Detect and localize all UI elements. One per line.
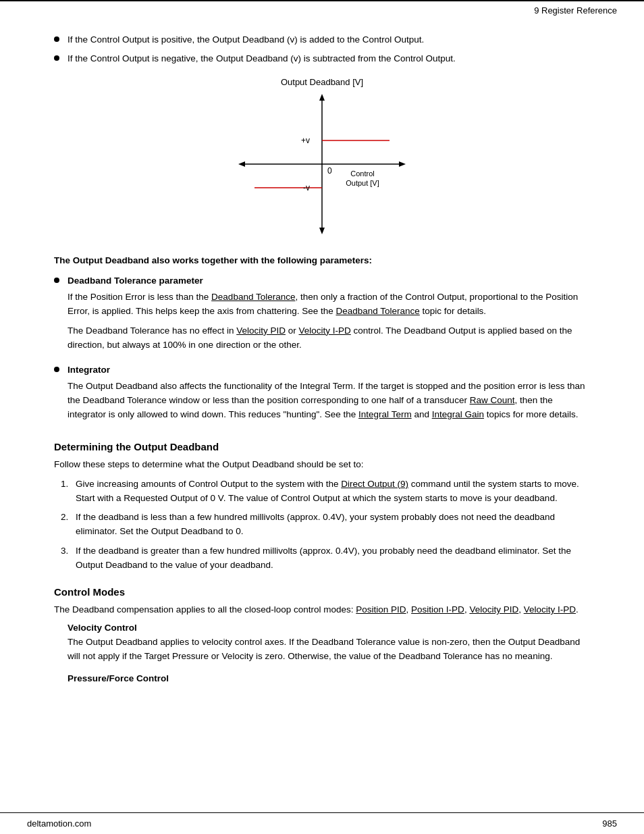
svg-text:Control: Control [350,170,374,178]
step-1-text: Give increasing amounts of Control Outpu… [76,477,590,506]
bullet-dot-3 [54,278,59,283]
header-text: 9 Register Reference [534,5,617,16]
control-modes-intro: The Deadband compensation applies to all… [54,603,590,617]
bullet-text-2: If the Control Output is negative, the O… [68,52,590,66]
control-modes-section: Control Modes The Deadband compensation … [54,586,590,683]
raw-count-link[interactable]: Raw Count [470,395,515,405]
svg-marker-5 [238,161,245,167]
diagram-title: Output Deadband [V] [214,77,430,87]
direct-output-link[interactable]: Direct Output (9) [341,479,408,489]
determining-title: Determining the Output Deadband [54,441,590,452]
deadband-tolerance-para1: If the Position Error is less than the D… [68,290,590,319]
main-content: If the Control Output is positive, the O… [0,20,644,706]
pressure-force-subsection: Pressure/Force Control [68,673,590,683]
deadband-tolerance-content: Deadband Tolerance parameter If the Posi… [68,274,590,358]
graph-svg: +v -v 0 Control Output [V] [227,90,417,238]
velocity-control-text: The Output Deadband applies to velocity … [68,635,590,664]
step-3-text: If the deadband is greater than a few hu… [76,544,590,573]
footer-left: deltamotion.com [27,818,91,829]
determining-intro: Follow these steps to determine what the… [54,458,590,472]
deadband-tolerance-para2: The Deadband Tolerance has no effect in … [68,324,590,353]
output-deadband-diagram: Output Deadband [V] +v [214,77,430,240]
control-modes-title: Control Modes [54,586,590,598]
step-2: 2. If the deadband is less than a few hu… [61,511,590,539]
page-footer: deltamotion.com 985 [0,812,644,834]
intro-bullet-list: If the Control Output is positive, the O… [54,33,590,66]
bullet-text-1: If the Control Output is positive, the O… [68,33,590,47]
step-2-text: If the deadband is less than a few hundr… [76,511,590,539]
velocity-ipd-link1[interactable]: Velocity I-PD [298,325,350,336]
integrator-item: Integrator The Output Deadband also affe… [54,363,590,427]
svg-marker-1 [319,94,325,101]
pressure-force-heading: Pressure/Force Control [68,673,590,683]
deadband-tolerance-item: Deadband Tolerance parameter If the Posi… [54,274,590,358]
sub-sections-list: Deadband Tolerance parameter If the Posi… [54,274,590,427]
velocity-control-subsection: Velocity Control The Output Deadband app… [68,623,590,664]
svg-text:Output [V]: Output [V] [346,179,379,187]
step-2-num: 2. [61,511,76,525]
bullet-dot-1 [54,36,59,42]
integrator-content: Integrator The Output Deadband also affe… [68,363,590,427]
integrator-para1: The Output Deadband also affects the fun… [68,380,590,422]
bullet-item-2: If the Control Output is negative, the O… [54,52,590,66]
velocity-pid-link2[interactable]: Velocity PID [469,604,518,615]
deadband-tolerance-link2[interactable]: Deadband Tolerance [336,306,419,316]
determining-section: Determining the Output Deadband Follow t… [54,441,590,573]
deadband-tolerance-link1[interactable]: Deadband Tolerance [211,292,295,302]
bullet-dot-2 [54,55,59,61]
bold-heading: The Output Deadband also works together … [54,254,590,267]
step-1: 1. Give increasing amounts of Control Ou… [61,477,590,506]
steps-list: 1. Give increasing amounts of Control Ou… [61,477,590,573]
position-ipd-link[interactable]: Position I-PD [411,604,464,615]
page-header: 9 Register Reference [0,0,644,20]
svg-text:-v: -v [303,183,310,192]
footer-right: 985 [602,818,617,829]
svg-text:0: 0 [327,166,332,176]
position-pid-link[interactable]: Position PID [356,604,406,615]
page: 9 Register Reference If the Control Outp… [0,0,644,834]
step-3: 3. If the deadband is greater than a few… [61,544,590,573]
integrator-heading: Integrator [68,363,590,377]
deadband-tolerance-heading: Deadband Tolerance parameter [68,274,590,288]
bullet-dot-4 [54,367,59,372]
svg-marker-2 [319,228,325,234]
velocity-pid-link1[interactable]: Velocity PID [236,325,286,336]
step-3-num: 3. [61,544,76,558]
svg-text:+v: +v [301,136,310,145]
bullet-item-1: If the Control Output is positive, the O… [54,33,590,47]
velocity-control-heading: Velocity Control [68,623,590,633]
velocity-ipd-link2[interactable]: Velocity I-PD [524,604,576,615]
svg-marker-4 [399,161,406,167]
integral-term-link[interactable]: Integral Term [358,409,412,419]
integral-gain-link[interactable]: Integral Gain [432,409,484,419]
step-1-num: 1. [61,477,76,492]
